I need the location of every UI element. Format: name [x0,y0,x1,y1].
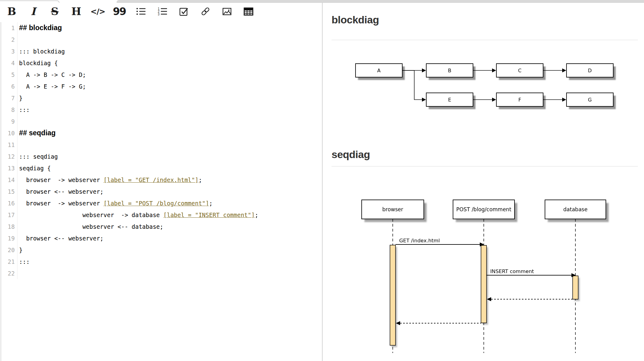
editor-line[interactable]: 8::: [0,104,322,116]
code-segment: browser <-- webserver; [19,188,104,195]
editor-line[interactable]: 21::: [0,256,322,268]
strikethrough-icon[interactable]: S [48,4,62,19]
editor-heading-text[interactable]: ## seqdiag [18,127,322,139]
quote-icon[interactable]: 99 [113,4,126,19]
editor-line[interactable]: 6 A -> E -> F -> G; [0,81,322,92]
line-number: 19 [0,232,18,244]
editor-line[interactable]: 10## seqdiag [0,127,322,139]
line-number: 8 [0,104,18,116]
editor-line[interactable]: 20} [0,244,322,256]
italic-icon[interactable]: I [26,4,40,19]
code-editor[interactable]: 1## blockdiag23::: blockdiag4blockdiag {… [0,22,322,361]
editor-code-text[interactable]: webserver <-- database; [18,221,322,232]
heading-divider [332,166,638,167]
editor-code-text[interactable]: A -> B -> C -> D; [18,69,322,81]
strikethrough-icon-glyph: S [51,6,59,17]
editor-code-text[interactable]: browser <-- webserver; [18,232,322,244]
code-segment: A -> B -> C -> D; [19,71,86,78]
window-tab-strip [0,0,644,2]
svg-text:B: B [448,68,451,73]
editor-code-text[interactable]: ::: [18,104,322,116]
editor-line[interactable]: 19 browser <-- webserver; [0,232,322,244]
code-segment: ::: [19,258,30,265]
checklist-icon[interactable] [177,4,191,19]
editor-line[interactable]: 11 [0,139,322,151]
line-number: 16 [0,197,18,209]
svg-text:E: E [448,97,451,103]
editor-code-text[interactable]: browser -> webserver [label = "GET /inde… [18,174,322,186]
seqdiag-diagram: browserPOST /blog/commentdatabaseGET /in… [338,194,630,361]
editor-code-text[interactable]: A -> E -> F -> G; [18,81,322,92]
numbered-list-icon[interactable]: 123 [156,4,169,19]
line-number: 18 [0,221,18,232]
blockdiag-diagram: ABCDEFG [338,55,630,114]
editor-code-text[interactable] [18,139,322,151]
line-number: 1 [0,22,18,34]
editor-code-text[interactable] [18,268,322,279]
diagram-attribute-link[interactable]: [label = "INSERT comment"] [163,212,255,218]
editor-line[interactable]: 7} [0,92,322,104]
editor-line[interactable]: 9 [0,116,322,127]
line-number: 14 [0,174,18,186]
editor-code-text[interactable] [18,34,322,46]
editor-code-text[interactable]: browser <-- webserver; [18,186,322,197]
heading-icon[interactable]: H [70,4,83,19]
editor-line[interactable]: 12::: seqdiag [0,151,322,162]
bold-icon[interactable]: B [5,4,18,19]
diagram-attribute-link[interactable]: [label = "POST /blog/comment"] [104,200,209,207]
bold-icon-glyph: B [7,6,16,17]
markdown-editor-pane[interactable]: BISH</>99123 1## blockdiag23::: blockdia… [0,2,322,361]
editor-line[interactable]: 17 webserver -> database [label = "INSER… [0,209,322,221]
bullet-list-icon[interactable] [134,4,148,19]
code-icon-glyph: </> [90,7,105,16]
editor-line[interactable]: 14 browser -> webserver [label = "GET /i… [0,174,322,186]
svg-text:A: A [377,68,381,73]
editor-line[interactable]: 16 browser -> webserver [label = "POST /… [0,197,322,209]
line-number: 21 [0,256,18,268]
code-segment: ::: seqdiag [19,153,58,160]
svg-text:F: F [518,97,521,103]
link-icon[interactable] [199,4,212,19]
editor-code-text[interactable]: webserver -> database [label = "INSERT c… [18,209,322,221]
svg-text:INSERT comment: INSERT comment [490,268,534,274]
table-icon[interactable] [242,4,255,19]
editor-line[interactable]: 1## blockdiag [0,22,322,34]
editor-line[interactable]: 5 A -> B -> C -> D; [0,69,322,81]
svg-text:3: 3 [158,13,160,16]
code-segment: ::: [19,106,30,113]
quote-icon-glyph: 99 [113,6,126,18]
editor-code-text[interactable]: ::: [18,256,322,268]
editor-code-text[interactable]: seqdiag { [18,162,322,174]
heading-icon-glyph: H [71,6,81,17]
editor-line[interactable]: 18 webserver <-- database; [0,221,322,232]
line-number: 3 [0,46,18,57]
editor-code-text[interactable] [18,116,322,127]
editor-code-text[interactable]: blockdiag { [18,57,322,69]
code-icon[interactable]: </> [91,4,105,19]
editor-code-text[interactable]: } [18,244,322,256]
tab-edge-left [0,1,59,3]
editor-code-text[interactable]: ::: blockdiag [18,46,322,57]
tab-bar-remainder [117,0,644,3]
editor-code-text[interactable]: } [18,92,322,104]
editor-line[interactable]: 15 browser <-- webserver; [0,186,322,197]
line-number: 12 [0,151,18,162]
diagram-attribute-link[interactable]: [label = "GET /index.html"] [104,177,199,183]
line-number: 22 [0,268,18,279]
code-segment: ## seqdiag [19,129,56,137]
line-number: 7 [0,92,18,104]
editor-heading-text[interactable]: ## blockdiag [18,22,322,34]
code-segment: } [19,95,22,101]
editor-code-text[interactable]: ::: seqdiag [18,151,322,162]
code-segment: ## blockdiag [19,24,62,32]
editor-code-text[interactable]: browser -> webserver [label = "POST /blo… [18,197,322,209]
editor-line[interactable]: 13seqdiag { [0,162,322,174]
editor-line[interactable]: 2 [0,34,322,46]
line-number: 10 [0,127,18,139]
editor-line[interactable]: 3::: blockdiag [0,46,322,57]
italic-icon-glyph: I [31,6,36,17]
line-number: 17 [0,209,18,221]
editor-line[interactable]: 22 [0,268,322,279]
editor-line[interactable]: 4blockdiag { [0,57,322,69]
image-icon[interactable] [220,4,234,19]
